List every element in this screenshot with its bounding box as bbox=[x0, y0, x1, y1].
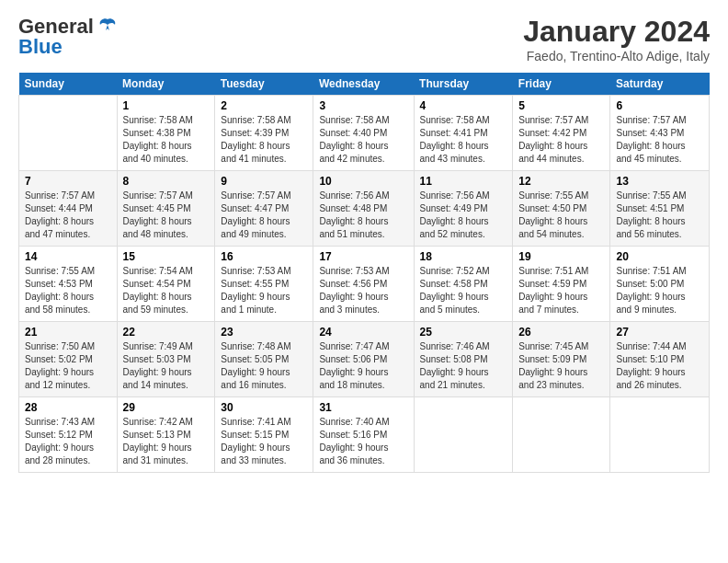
day-info: Sunrise: 7:51 AM Sunset: 5:00 PM Dayligh… bbox=[616, 265, 703, 316]
calendar-day: 12Sunrise: 7:55 AM Sunset: 4:50 PM Dayli… bbox=[513, 171, 610, 247]
day-number: 19 bbox=[518, 250, 604, 263]
calendar-day: 11Sunrise: 7:56 AM Sunset: 4:49 PM Dayli… bbox=[414, 171, 513, 247]
day-info: Sunrise: 7:57 AM Sunset: 4:44 PM Dayligh… bbox=[25, 190, 111, 241]
calendar-day: 14Sunrise: 7:55 AM Sunset: 4:53 PM Dayli… bbox=[19, 247, 118, 322]
month-title: January 2024 bbox=[523, 15, 710, 49]
calendar-day bbox=[19, 96, 118, 171]
calendar-day: 22Sunrise: 7:49 AM Sunset: 5:03 PM Dayli… bbox=[117, 322, 215, 397]
page: General Blue January 2024 Faedo, Trentin… bbox=[0, 0, 728, 563]
day-info: Sunrise: 7:51 AM Sunset: 4:59 PM Dayligh… bbox=[518, 265, 604, 316]
day-info: Sunrise: 7:57 AM Sunset: 4:45 PM Dayligh… bbox=[123, 190, 210, 241]
calendar-day bbox=[513, 397, 610, 473]
day-info: Sunrise: 7:53 AM Sunset: 4:56 PM Dayligh… bbox=[319, 265, 407, 316]
calendar-day: 15Sunrise: 7:54 AM Sunset: 4:54 PM Dayli… bbox=[117, 247, 215, 322]
logo-bird-icon bbox=[97, 17, 119, 36]
day-number: 11 bbox=[420, 175, 507, 188]
day-number: 18 bbox=[420, 250, 507, 263]
day-info: Sunrise: 7:55 AM Sunset: 4:51 PM Dayligh… bbox=[616, 190, 703, 241]
day-info: Sunrise: 7:42 AM Sunset: 5:13 PM Dayligh… bbox=[123, 416, 210, 467]
day-number: 29 bbox=[123, 401, 210, 414]
calendar-day: 9Sunrise: 7:57 AM Sunset: 4:47 PM Daylig… bbox=[215, 171, 313, 247]
day-info: Sunrise: 7:58 AM Sunset: 4:38 PM Dayligh… bbox=[123, 114, 210, 166]
header-saturday: Saturday bbox=[610, 73, 710, 96]
calendar-day: 17Sunrise: 7:53 AM Sunset: 4:56 PM Dayli… bbox=[313, 247, 414, 322]
calendar-day bbox=[414, 397, 513, 473]
day-number: 25 bbox=[420, 326, 507, 339]
calendar-day bbox=[610, 397, 710, 473]
calendar-day: 5Sunrise: 7:57 AM Sunset: 4:42 PM Daylig… bbox=[513, 96, 610, 171]
calendar-day: 2Sunrise: 7:58 AM Sunset: 4:39 PM Daylig… bbox=[215, 96, 313, 171]
calendar-week-4: 21Sunrise: 7:50 AM Sunset: 5:02 PM Dayli… bbox=[19, 322, 710, 397]
day-info: Sunrise: 7:57 AM Sunset: 4:42 PM Dayligh… bbox=[518, 114, 604, 166]
calendar-day: 16Sunrise: 7:53 AM Sunset: 4:55 PM Dayli… bbox=[215, 247, 313, 322]
calendar-day: 25Sunrise: 7:46 AM Sunset: 5:08 PM Dayli… bbox=[414, 322, 513, 397]
day-info: Sunrise: 7:53 AM Sunset: 4:55 PM Dayligh… bbox=[221, 265, 307, 316]
header-row: Sunday Monday Tuesday Wednesday Thursday… bbox=[19, 73, 710, 96]
calendar-day: 20Sunrise: 7:51 AM Sunset: 5:00 PM Dayli… bbox=[610, 247, 710, 322]
day-info: Sunrise: 7:52 AM Sunset: 4:58 PM Dayligh… bbox=[420, 265, 507, 316]
calendar-week-3: 14Sunrise: 7:55 AM Sunset: 4:53 PM Dayli… bbox=[19, 247, 710, 322]
title-area: January 2024 Faedo, Trentino-Alto Adige,… bbox=[523, 15, 710, 63]
day-number: 3 bbox=[319, 99, 407, 112]
calendar-day: 31Sunrise: 7:40 AM Sunset: 5:16 PM Dayli… bbox=[313, 397, 414, 473]
day-number: 10 bbox=[319, 175, 407, 188]
calendar-week-5: 28Sunrise: 7:43 AM Sunset: 5:12 PM Dayli… bbox=[19, 397, 710, 473]
header-thursday: Thursday bbox=[414, 73, 513, 96]
header-sunday: Sunday bbox=[19, 73, 118, 96]
day-info: Sunrise: 7:54 AM Sunset: 4:54 PM Dayligh… bbox=[123, 265, 210, 316]
calendar-day: 1Sunrise: 7:58 AM Sunset: 4:38 PM Daylig… bbox=[117, 96, 215, 171]
day-number: 26 bbox=[518, 326, 604, 339]
day-number: 14 bbox=[25, 250, 111, 263]
day-info: Sunrise: 7:58 AM Sunset: 4:41 PM Dayligh… bbox=[420, 114, 507, 166]
day-number: 24 bbox=[319, 326, 407, 339]
calendar-week-1: 1Sunrise: 7:58 AM Sunset: 4:38 PM Daylig… bbox=[19, 96, 710, 171]
day-number: 9 bbox=[221, 175, 307, 188]
location-subtitle: Faedo, Trentino-Alto Adige, Italy bbox=[523, 49, 710, 63]
day-number: 27 bbox=[616, 326, 703, 339]
calendar-day: 3Sunrise: 7:58 AM Sunset: 4:40 PM Daylig… bbox=[313, 96, 414, 171]
day-info: Sunrise: 7:55 AM Sunset: 4:50 PM Dayligh… bbox=[518, 190, 604, 241]
day-info: Sunrise: 7:41 AM Sunset: 5:15 PM Dayligh… bbox=[221, 416, 307, 467]
calendar-table: Sunday Monday Tuesday Wednesday Thursday… bbox=[18, 73, 710, 473]
day-info: Sunrise: 7:45 AM Sunset: 5:09 PM Dayligh… bbox=[518, 340, 604, 392]
calendar-day: 28Sunrise: 7:43 AM Sunset: 5:12 PM Dayli… bbox=[19, 397, 118, 473]
day-info: Sunrise: 7:43 AM Sunset: 5:12 PM Dayligh… bbox=[25, 416, 111, 467]
day-info: Sunrise: 7:47 AM Sunset: 5:06 PM Dayligh… bbox=[319, 340, 407, 392]
calendar-day: 10Sunrise: 7:56 AM Sunset: 4:48 PM Dayli… bbox=[313, 171, 414, 247]
day-info: Sunrise: 7:49 AM Sunset: 5:03 PM Dayligh… bbox=[123, 340, 210, 392]
header: General Blue January 2024 Faedo, Trentin… bbox=[18, 15, 710, 63]
day-info: Sunrise: 7:56 AM Sunset: 4:49 PM Dayligh… bbox=[420, 190, 507, 241]
day-number: 6 bbox=[616, 99, 703, 112]
day-info: Sunrise: 7:48 AM Sunset: 5:05 PM Dayligh… bbox=[221, 340, 307, 392]
header-tuesday: Tuesday bbox=[215, 73, 313, 96]
day-info: Sunrise: 7:58 AM Sunset: 4:40 PM Dayligh… bbox=[319, 114, 407, 166]
day-number: 5 bbox=[518, 99, 604, 112]
calendar-day: 26Sunrise: 7:45 AM Sunset: 5:09 PM Dayli… bbox=[513, 322, 610, 397]
calendar-day: 21Sunrise: 7:50 AM Sunset: 5:02 PM Dayli… bbox=[19, 322, 118, 397]
calendar-day: 4Sunrise: 7:58 AM Sunset: 4:41 PM Daylig… bbox=[414, 96, 513, 171]
day-number: 28 bbox=[25, 401, 111, 414]
day-number: 15 bbox=[123, 250, 210, 263]
calendar-week-2: 7Sunrise: 7:57 AM Sunset: 4:44 PM Daylig… bbox=[19, 171, 710, 247]
logo: General Blue bbox=[18, 15, 119, 59]
day-number: 4 bbox=[420, 99, 507, 112]
day-number: 31 bbox=[319, 401, 407, 414]
day-number: 1 bbox=[123, 99, 210, 112]
day-number: 8 bbox=[123, 175, 210, 188]
calendar-day: 24Sunrise: 7:47 AM Sunset: 5:06 PM Dayli… bbox=[313, 322, 414, 397]
calendar-day: 29Sunrise: 7:42 AM Sunset: 5:13 PM Dayli… bbox=[117, 397, 215, 473]
day-number: 21 bbox=[25, 326, 111, 339]
logo-text-blue: Blue bbox=[18, 35, 63, 59]
day-number: 23 bbox=[221, 326, 307, 339]
day-number: 16 bbox=[221, 250, 307, 263]
header-monday: Monday bbox=[117, 73, 215, 96]
header-wednesday: Wednesday bbox=[313, 73, 414, 96]
day-number: 13 bbox=[616, 175, 703, 188]
calendar-day: 19Sunrise: 7:51 AM Sunset: 4:59 PM Dayli… bbox=[513, 247, 610, 322]
calendar-day: 6Sunrise: 7:57 AM Sunset: 4:43 PM Daylig… bbox=[610, 96, 710, 171]
day-info: Sunrise: 7:55 AM Sunset: 4:53 PM Dayligh… bbox=[25, 265, 111, 316]
calendar-day: 13Sunrise: 7:55 AM Sunset: 4:51 PM Dayli… bbox=[610, 171, 710, 247]
calendar-day: 23Sunrise: 7:48 AM Sunset: 5:05 PM Dayli… bbox=[215, 322, 313, 397]
day-info: Sunrise: 7:50 AM Sunset: 5:02 PM Dayligh… bbox=[25, 340, 111, 392]
day-number: 7 bbox=[25, 175, 111, 188]
